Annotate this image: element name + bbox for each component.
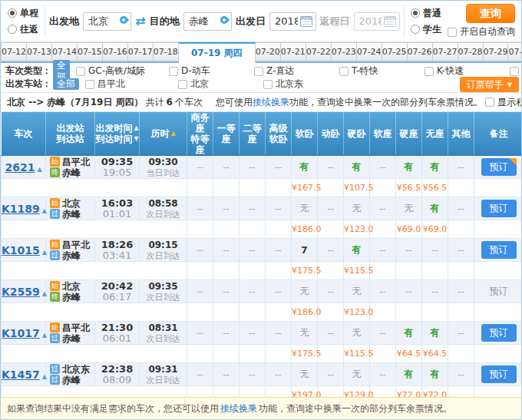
auto-query-toggle[interactable]: 开启自动查询 xyxy=(448,25,515,38)
booking-helper-button[interactable]: 订票帮手 ▼ xyxy=(460,77,519,92)
date-tab[interactable]: 07-26 xyxy=(408,42,433,61)
checkbox-icon[interactable] xyxy=(339,67,349,76)
column-header[interactable]: 无座 xyxy=(422,112,448,156)
date-tab[interactable]: 07-16 xyxy=(103,42,128,61)
book-button[interactable]: 预订 xyxy=(481,365,517,383)
date-tab[interactable]: 07-14 xyxy=(52,42,78,61)
sort-arrow-icon[interactable]: ▲ xyxy=(170,128,175,139)
price-cell xyxy=(370,179,396,197)
swap-stations-icon[interactable]: ⇄ xyxy=(135,15,145,28)
date-tab[interactable]: 07-27 xyxy=(433,42,458,61)
column-header[interactable]: 硬座 xyxy=(396,112,422,156)
radio-icon[interactable] xyxy=(411,25,420,34)
train-number-link[interactable]: 2621 xyxy=(5,161,35,174)
depart-date-input[interactable] xyxy=(275,15,297,27)
date-tab[interactable]: 07-22 xyxy=(306,42,332,61)
trip-type-oneway[interactable]: 单程 xyxy=(8,7,38,20)
date-tab[interactable]: 07-20 xyxy=(256,42,281,61)
date-tab[interactable]: 07-18 xyxy=(154,42,179,61)
filter-option[interactable]: 北京 xyxy=(178,78,263,91)
collapse-arrow-icon[interactable]: ▲ xyxy=(42,249,47,256)
train-number-link[interactable]: K2559 xyxy=(2,286,40,298)
query-button[interactable]: 查询 xyxy=(466,4,515,23)
filter-option[interactable]: 其他 xyxy=(510,64,522,78)
collapse-arrow-icon[interactable]: ▲ xyxy=(37,166,41,173)
checkbox-icon[interactable] xyxy=(263,80,273,89)
column-header[interactable]: 备注 xyxy=(474,112,522,156)
date-tab-active[interactable]: 07-19 周四 xyxy=(179,42,256,63)
location-pin-icon[interactable] xyxy=(219,15,230,25)
column-header[interactable]: 动卧 xyxy=(318,112,344,156)
calendar-icon[interactable] xyxy=(300,16,312,27)
checkbox-icon[interactable] xyxy=(76,67,85,76)
checkbox-icon[interactable] xyxy=(485,98,494,107)
radio-icon[interactable] xyxy=(8,25,17,34)
column-header[interactable]: 高级软卧 xyxy=(266,112,292,156)
filter-option[interactable]: T-特快 xyxy=(339,64,425,78)
checkbox-icon[interactable] xyxy=(448,28,457,37)
column-header[interactable]: 出发站到达站 xyxy=(46,112,95,156)
collapse-arrow-icon[interactable]: ▲ xyxy=(42,290,47,297)
passenger-type-normal[interactable]: 普通 xyxy=(411,7,441,20)
date-tab[interactable]: 07-13 xyxy=(27,42,52,61)
date-tab[interactable]: 07-15 xyxy=(78,42,103,61)
filter-option[interactable]: D-动车 xyxy=(169,64,254,78)
filter-option[interactable]: 昌平北 xyxy=(85,78,178,91)
footer-transfer-link[interactable]: 接续换乘 xyxy=(220,402,257,415)
column-header[interactable]: 其他 xyxy=(448,112,474,156)
book-button[interactable]: 预订 xyxy=(481,241,517,259)
filter-option[interactable]: K-快速 xyxy=(425,64,510,78)
price-cell: ¥69.0 xyxy=(396,220,422,239)
radio-icon[interactable] xyxy=(411,8,420,18)
sort-arrow-icon[interactable]: ▲ xyxy=(134,123,138,134)
date-tab[interactable]: 07-17 xyxy=(128,42,154,61)
filter-option[interactable]: Z-直达 xyxy=(254,64,339,78)
column-header[interactable]: 出发时间▲到达时间▼ xyxy=(95,112,140,156)
trip-type-roundtrip[interactable]: 往返 xyxy=(8,23,38,36)
date-tab[interactable]: 07-24 xyxy=(357,42,382,61)
checkbox-icon[interactable] xyxy=(85,80,94,89)
date-tab[interactable]: 07-21 xyxy=(281,42,306,61)
collapse-arrow-icon[interactable]: ▲ xyxy=(42,332,47,339)
book-button[interactable]: 预订 xyxy=(481,324,517,342)
to-input[interactable] xyxy=(189,15,218,27)
checkbox-icon[interactable] xyxy=(169,67,178,76)
filter-option[interactable]: GC-高铁/城际 xyxy=(76,64,169,78)
date-tab[interactable]: 07-30 xyxy=(508,42,522,61)
date-tab[interactable]: 07-12 xyxy=(1,42,27,61)
train-number-link[interactable]: K1015 xyxy=(2,244,40,256)
column-header[interactable]: 二等座 xyxy=(240,112,266,156)
checkbox-icon[interactable] xyxy=(178,80,187,89)
radio-icon[interactable] xyxy=(8,8,17,18)
from-input[interactable] xyxy=(88,15,117,27)
passenger-type-student[interactable]: 学生 xyxy=(411,23,441,36)
collapse-arrow-icon[interactable]: ▲ xyxy=(42,373,47,380)
column-header[interactable]: 硬卧 xyxy=(344,112,370,156)
book-button[interactable]: 预订 xyxy=(481,200,517,217)
train-number-link[interactable]: K1457 xyxy=(2,369,40,381)
train-number-link[interactable]: K1189 xyxy=(2,203,40,215)
column-header[interactable]: 历时▲ xyxy=(140,112,187,156)
filter-option[interactable]: 北京东 xyxy=(263,78,349,91)
sort-arrow-icon[interactable]: ▼ xyxy=(134,134,138,144)
collapse-arrow-icon[interactable]: ▲ xyxy=(42,207,47,214)
depart-station-all-chip[interactable]: 全部 xyxy=(53,78,79,90)
column-header[interactable]: 商务座特等座 xyxy=(187,112,213,156)
date-tab[interactable]: 07-29 xyxy=(484,42,509,61)
checkbox-icon[interactable] xyxy=(510,67,519,76)
summary-checkbox[interactable]: 显示积分兑换车次 xyxy=(485,96,522,109)
date-tab[interactable]: 07-28 xyxy=(458,42,484,61)
column-header[interactable]: 一等座 xyxy=(213,112,240,156)
column-header[interactable]: 车次 xyxy=(2,112,46,156)
train-number-link[interactable]: K1017 xyxy=(2,327,40,339)
date-tab[interactable]: 07-25 xyxy=(382,42,408,61)
transfer-link[interactable]: 接续换乘 xyxy=(253,97,289,107)
checkbox-icon[interactable] xyxy=(254,67,263,76)
return-date-input[interactable] xyxy=(359,15,382,27)
location-pin-icon[interactable] xyxy=(118,15,129,25)
book-button[interactable]: 预订 xyxy=(481,158,517,176)
column-header[interactable]: 软座 xyxy=(370,112,396,156)
checkbox-icon[interactable] xyxy=(425,67,434,76)
date-tab[interactable]: 07-23 xyxy=(332,42,357,61)
column-header[interactable]: 软卧 xyxy=(292,112,318,156)
